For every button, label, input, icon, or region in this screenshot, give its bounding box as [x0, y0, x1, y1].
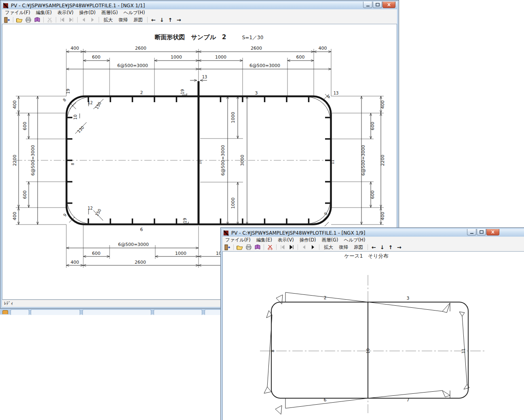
- dim-label: 2200: [12, 155, 17, 166]
- help-book-icon[interactable]: [254, 243, 262, 251]
- background-window-segment: [154, 309, 202, 315]
- dim-label: 7: [407, 397, 410, 403]
- dim-label: 2600: [135, 260, 146, 265]
- dim-label: 6@500=3000: [361, 145, 366, 176]
- window-title: PV - C:¥JSPW¥SAMPLE¥JSP48W¥PLOTFILE.1 - …: [11, 3, 145, 8]
- maximize-button[interactable]: [477, 229, 486, 235]
- dim-label: 6@500=3000: [117, 63, 148, 68]
- dim-label: 3000: [240, 155, 245, 166]
- dim-label: 600: [296, 55, 305, 60]
- dim-label: 1000: [230, 197, 236, 209]
- drawing-title: 断面形状図 サンプル 2: [155, 34, 226, 41]
- culvert-outline: [67, 81, 331, 225]
- open-file-icon[interactable]: [236, 243, 244, 251]
- cut-icon[interactable]: [266, 243, 274, 251]
- menu-layer[interactable]: 画層(G): [319, 237, 341, 243]
- menu-file[interactable]: ファイル(F): [2, 10, 33, 16]
- close-button[interactable]: [382, 2, 395, 8]
- dim-label: 9: [326, 94, 331, 99]
- titlebar[interactable]: PV - C:¥JSPW¥SAMPLE¥JSP48W¥PLOTFILE.1 - …: [2, 2, 397, 9]
- dim-label: 6@500=3000: [249, 63, 280, 68]
- minimize-button[interactable]: [467, 229, 476, 235]
- background-window-segment: [82, 309, 151, 315]
- dim-label: 150: [94, 101, 102, 110]
- drawing-scale: S=1／30: [242, 35, 264, 40]
- dim-label: 600: [92, 55, 101, 60]
- menu-layer[interactable]: 画層(G): [99, 10, 121, 16]
- dim-label: 6@500=3000: [30, 145, 36, 176]
- dim-label: 1000: [175, 251, 186, 256]
- menu-view[interactable]: 表示(V): [55, 10, 76, 16]
- close-button[interactable]: [486, 229, 499, 235]
- dim-label: 19: [180, 89, 185, 94]
- dim-label: 400: [380, 101, 385, 109]
- dim-label: 6@500=3000: [118, 242, 149, 247]
- dim-label: 600: [370, 122, 375, 130]
- pan-down-button[interactable]: ↓: [378, 244, 386, 250]
- dim-label: 13: [202, 75, 207, 79]
- first-page-icon: [279, 243, 287, 251]
- print-icon[interactable]: [245, 243, 253, 251]
- window-title: PV - C:¥JSPW¥SAMPLE¥JSP48W¥PLOTFILE.1 - …: [231, 230, 365, 236]
- dim-label: 150: [94, 208, 102, 217]
- zoom-button[interactable]: 拡大: [321, 243, 336, 251]
- dim-label: 2200: [380, 155, 385, 166]
- drawing-title: ケース1 そり分布: [344, 253, 389, 259]
- dim-label: 1000: [171, 55, 182, 60]
- menu-help[interactable]: ヘルプ(H): [121, 10, 148, 16]
- dim-label: 1000: [215, 55, 226, 60]
- menu-operation[interactable]: 操作(D): [297, 237, 319, 243]
- dim-label: 8: [62, 97, 67, 102]
- dim-label: 3: [407, 296, 410, 301]
- menu-help[interactable]: ヘルプ(H): [341, 237, 368, 243]
- dim-label: 400: [319, 46, 327, 51]
- pan-left-button[interactable]: ←: [370, 244, 378, 250]
- dim-label: 9: [62, 212, 67, 217]
- dim-label: 6: [324, 397, 327, 403]
- dim-label: 1000: [230, 112, 236, 123]
- restore-button[interactable]: 復帰: [336, 243, 351, 251]
- dim-label: 400: [71, 46, 79, 51]
- pan-up-button[interactable]: ↑: [387, 244, 395, 250]
- pan-right-button[interactable]: →: [395, 244, 403, 250]
- dim-label: 6@500=3000: [220, 145, 226, 176]
- dim-label: 12: [88, 206, 93, 210]
- background-window-segment: [205, 309, 222, 315]
- dim-label: 11: [331, 160, 335, 164]
- dim-label: 600: [370, 191, 375, 199]
- dim-label: 600: [22, 191, 27, 199]
- toolbar: 拡大 復帰 原図 ← ↓ ↑ →: [222, 243, 524, 252]
- dim-label: 400: [12, 212, 17, 220]
- menu-bar: ファイル(F) 編集(E) 表示(V) 操作(D) 画層(G) ヘルプ(H): [2, 9, 397, 16]
- warp-distribution-drawing: ケース1 そり分布238101167: [222, 251, 522, 420]
- dim-label: 2600: [135, 46, 146, 51]
- dim-label: 6: [140, 227, 143, 232]
- app-icon: [224, 230, 229, 236]
- maximize-button[interactable]: [373, 2, 382, 8]
- menu-view[interactable]: 表示(V): [275, 237, 297, 243]
- background-window-segment: [31, 309, 80, 315]
- dim-label: 2600: [251, 46, 262, 51]
- pv-window-2: PV - C:¥JSPW¥SAMPLE¥JSP48W¥PLOTFILE.1 - …: [220, 227, 524, 420]
- menu-operation[interactable]: 操作(D): [76, 10, 99, 16]
- last-page-icon[interactable]: [287, 243, 296, 251]
- dim-label: 13: [334, 91, 339, 95]
- menu-file[interactable]: ファイル(F): [222, 237, 254, 243]
- prev-page-icon: [300, 243, 308, 251]
- dim-label: 400: [12, 101, 17, 109]
- dim-label: 12: [88, 101, 93, 105]
- original-view-button[interactable]: 原図: [351, 243, 366, 251]
- next-page-icon[interactable]: [309, 243, 317, 251]
- dim-label: 10: [366, 349, 370, 354]
- minimize-button[interactable]: [363, 2, 372, 8]
- menu-edit[interactable]: 編集(E): [254, 237, 275, 243]
- dim-label: 600: [92, 251, 101, 256]
- exit-icon[interactable]: [223, 243, 231, 251]
- background-window-icon: [2, 310, 8, 314]
- titlebar[interactable]: PV - C:¥JSPW¥SAMPLE¥JSP48W¥PLOTFILE.1 - …: [222, 229, 524, 237]
- menu-edit[interactable]: 編集(E): [33, 10, 55, 16]
- dim-label: 10: [198, 160, 202, 164]
- status-text: ﾚﾃﾞｨ: [4, 301, 13, 306]
- background-window-segment: [11, 309, 29, 315]
- dim-label: 2: [324, 295, 327, 300]
